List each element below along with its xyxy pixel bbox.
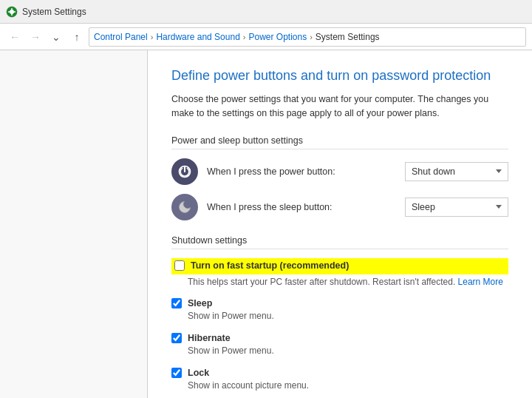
- lock-row: Lock: [171, 368, 508, 378]
- power-button-dropdown[interactable]: Shut down Sleep Hibernate Turn off the d…: [405, 162, 508, 181]
- main-container: Define power buttons and turn on passwor…: [0, 50, 532, 398]
- power-icon: [171, 158, 198, 185]
- up-button[interactable]: ↑: [68, 28, 86, 46]
- fast-startup-item: Turn on fast startup (recommended) This …: [171, 258, 508, 289]
- hibernate-item: Hibernate Show in Power menu.: [171, 333, 508, 357]
- sleep-row: Sleep: [171, 298, 508, 308]
- lock-item: Lock Show in account picture menu.: [171, 368, 508, 392]
- power-button-label: When I press the power button:: [207, 166, 396, 177]
- fast-startup-row: Turn on fast startup (recommended): [174, 260, 505, 271]
- sleep-checkbox[interactable]: [171, 298, 182, 308]
- forward-button[interactable]: →: [27, 28, 44, 46]
- title-bar-text: System Settings: [22, 7, 86, 17]
- sleep-item: Sleep Show in Power menu.: [171, 298, 508, 323]
- page-description: Choose the power settings that you want …: [171, 92, 508, 121]
- hibernate-row: Hibernate: [171, 333, 508, 343]
- sleep-button-label: When I press the sleep button:: [207, 202, 396, 212]
- sleep-icon: [171, 194, 198, 220]
- content-area: Define power buttons and turn on passwor…: [148, 50, 532, 398]
- breadcrumb-hardware-sound[interactable]: Hardware and Sound: [156, 32, 239, 42]
- sidebar: [0, 50, 148, 398]
- breadcrumb-sep-3: ›: [310, 33, 313, 41]
- sleep-label[interactable]: Sleep: [188, 298, 212, 308]
- sleep-desc: Show in Power menu.: [188, 310, 508, 323]
- lock-checkbox[interactable]: [171, 368, 182, 378]
- breadcrumb-power-options[interactable]: Power Options: [248, 32, 307, 42]
- shutdown-section: Shutdown settings Turn on fast startup (…: [171, 235, 508, 392]
- recent-button[interactable]: ⌄: [47, 28, 65, 46]
- shutdown-section-header: Shutdown settings: [171, 235, 508, 249]
- sleep-button-row: When I press the sleep button: Sleep Shu…: [171, 194, 508, 220]
- app-icon: [6, 6, 18, 18]
- breadcrumb-control-panel[interactable]: Control Panel: [94, 32, 148, 42]
- breadcrumb-sep-1: ›: [151, 33, 154, 41]
- breadcrumb-system-settings: System Settings: [316, 32, 380, 42]
- fast-startup-learn-more[interactable]: Learn More: [458, 277, 503, 287]
- hibernate-desc: Show in Power menu.: [188, 345, 508, 357]
- fast-startup-desc: This helps start your PC faster after sh…: [188, 276, 508, 289]
- fast-startup-checkbox[interactable]: [174, 260, 185, 271]
- back-button[interactable]: ←: [6, 28, 24, 46]
- address-bar: ← → ⌄ ↑ Control Panel › Hardware and Sou…: [0, 24, 532, 50]
- breadcrumb: Control Panel › Hardware and Sound › Pow…: [89, 27, 526, 47]
- lock-desc: Show in account picture menu.: [188, 380, 508, 392]
- power-sleep-section-header: Power and sleep button settings: [171, 135, 508, 149]
- power-button-row: When I press the power button: Shut down…: [171, 158, 508, 185]
- fast-startup-highlight: Turn on fast startup (recommended): [171, 258, 508, 274]
- hibernate-label[interactable]: Hibernate: [188, 333, 231, 343]
- sleep-button-dropdown[interactable]: Sleep Shut down Hibernate Turn off the d…: [405, 198, 508, 217]
- hibernate-checkbox[interactable]: [171, 333, 182, 343]
- lock-label[interactable]: Lock: [188, 368, 209, 378]
- breadcrumb-sep-2: ›: [243, 33, 246, 41]
- title-bar: System Settings: [0, 0, 532, 24]
- fast-startup-label[interactable]: Turn on fast startup (recommended): [191, 260, 349, 271]
- page-title: Define power buttons and turn on passwor…: [171, 68, 508, 84]
